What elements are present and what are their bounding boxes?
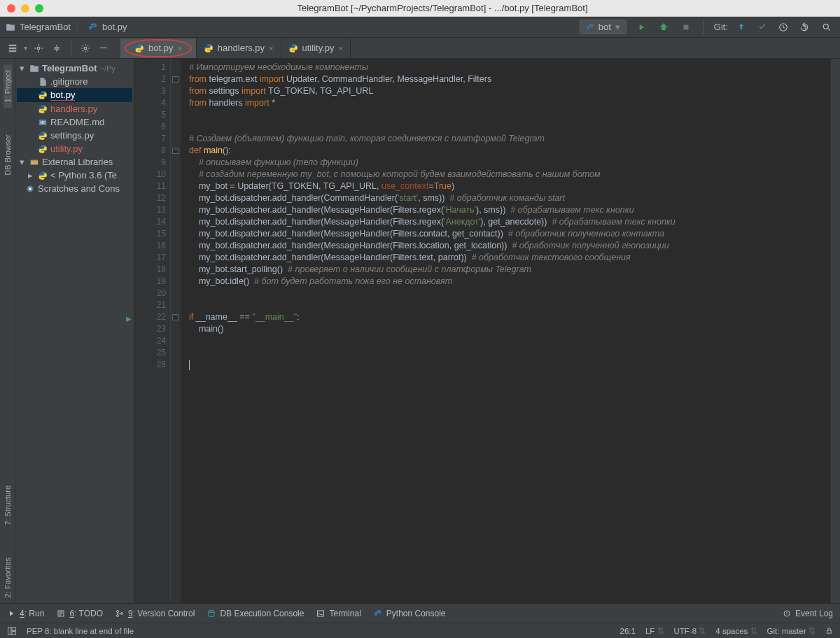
code-line-12[interactable]: my_bot.dispatcher.add_handler(CommandHan… — [189, 192, 830, 204]
tool-structure[interactable]: 7: Structure — [4, 480, 12, 531]
code-line-5[interactable] — [189, 109, 830, 121]
close-icon[interactable]: × — [269, 44, 273, 52]
code-line-26[interactable] — [189, 359, 830, 371]
tool-windows-icon[interactable] — [7, 626, 17, 636]
tree-item-settings.py[interactable]: settings.py — [17, 129, 132, 142]
svg-rect-20 — [12, 627, 15, 630]
breadcrumb-project[interactable]: TelegramBot — [20, 22, 71, 32]
svg-point-0 — [92, 24, 92, 24]
project-tree-panel: ▾TelegramBot ~/Py.gitignorebot.pyhandler… — [15, 59, 134, 603]
chevron-down-icon[interactable]: ▾ — [24, 44, 27, 52]
minimize-icon[interactable] — [21, 4, 29, 13]
window-title: TelegramBot [~/PycharmProjects/TelegramB… — [52, 3, 833, 13]
svg-point-13 — [116, 610, 118, 612]
editor-scrollbar[interactable] — [830, 59, 840, 603]
code-line-4[interactable]: from handlers import * — [189, 97, 830, 109]
tree-external-libs[interactable]: ▾External Libraries — [17, 155, 132, 169]
code-line-17[interactable]: my_bot.dispatcher.add_handler(MessageHan… — [189, 252, 830, 264]
project-toolbar: ▾ bot.py×handlers.py×utility.py× — [0, 38, 840, 59]
code-line-24[interactable] — [189, 335, 830, 347]
code-line-25[interactable] — [189, 347, 830, 359]
run-button[interactable] — [634, 20, 649, 35]
settings-icon[interactable] — [78, 41, 92, 55]
folder-icon — [6, 22, 15, 32]
status-cursor[interactable]: 26:1 — [620, 627, 636, 635]
git-commit-button[interactable] — [755, 20, 770, 35]
project-view-icon[interactable] — [6, 41, 20, 55]
code-line-2[interactable]: from telegram.ext import Updater, Comman… — [189, 73, 830, 85]
svg-rect-9 — [31, 160, 38, 164]
git-history-button[interactable] — [776, 20, 791, 35]
zoom-icon[interactable] — [35, 4, 43, 13]
stop-button[interactable] — [678, 20, 694, 35]
code-line-14[interactable]: my_bot.dispatcher.add_handler(MessageHan… — [189, 216, 830, 228]
collapse-all-icon[interactable] — [50, 41, 64, 55]
tool-favorites[interactable]: 2: Favorites — [4, 552, 12, 603]
tree-item-.gitignore[interactable]: .gitignore — [17, 75, 132, 88]
editor-area[interactable]: 123456789101112131415161718192021▶222324… — [134, 59, 840, 603]
fold-column[interactable] — [171, 59, 181, 603]
bottom-terminal[interactable]: Terminal — [316, 609, 360, 618]
code-line-18[interactable]: my_bot.start_polling() # проверяет о нал… — [189, 264, 830, 276]
code-line-16[interactable]: my_bot.dispatcher.add_handler(MessageHan… — [189, 240, 830, 252]
status-git[interactable]: Git: master ⇅ — [767, 626, 816, 636]
bottom-vcs[interactable]: 9: Version Control — [115, 609, 195, 618]
bottom-todo[interactable]: 6: TODO — [57, 609, 103, 618]
code-line-1[interactable]: # Импортируем необходимые компоненты — [189, 62, 830, 73]
breadcrumb-file[interactable]: bot.py — [102, 22, 127, 32]
status-encoding[interactable]: UTF-8 ⇅ — [674, 626, 706, 636]
editor-tab-utility-py[interactable]: utility.py× — [281, 38, 351, 58]
svg-rect-1 — [683, 24, 688, 29]
tab-label: bot.py — [148, 43, 173, 53]
code-line-8[interactable]: def main(): — [189, 145, 830, 157]
close-icon[interactable] — [7, 4, 15, 13]
navigation-bar: TelegramBot 〉 bot.py bot ▾ Git: — [0, 17, 840, 38]
code-line-19[interactable]: my_bot.idle() # бот будет работать пока … — [189, 276, 830, 288]
event-log[interactable]: Event Log — [783, 609, 833, 618]
code-line-13[interactable]: my_bot.dispatcher.add_handler(MessageHan… — [189, 204, 830, 216]
code-line-9[interactable]: # описываем функцию (тело функции) — [189, 157, 830, 169]
tool-db-browser[interactable]: DB Browser — [4, 129, 12, 181]
tree-scratches[interactable]: Scratches and Cons — [17, 182, 132, 195]
search-button[interactable] — [819, 20, 834, 35]
close-icon[interactable]: × — [177, 44, 181, 52]
code-line-15[interactable]: my_bot.dispatcher.add_handler(MessageHan… — [189, 228, 830, 240]
bottom-db-console[interactable]: DB Execution Console — [207, 609, 304, 618]
code-line-20[interactable] — [189, 288, 830, 299]
python-file-icon — [134, 43, 144, 53]
select-opened-icon[interactable] — [31, 41, 46, 55]
svg-rect-19 — [8, 627, 11, 635]
tree-item-README.md[interactable]: MDREADME.md — [17, 115, 132, 129]
bottom-run[interactable]: 4: Run — [7, 609, 44, 618]
editor-tab-handlers-py[interactable]: handlers.py× — [197, 38, 281, 58]
bottom-python-console[interactable]: Python Console — [374, 609, 446, 618]
tool-project[interactable]: 1: Project — [4, 64, 12, 108]
svg-rect-10 — [31, 160, 38, 161]
code-line-3[interactable]: from settings import TG_TOKEN, TG_API_UR… — [189, 85, 830, 97]
debug-button[interactable] — [656, 20, 671, 35]
tree-item-bot.py[interactable]: bot.py — [17, 88, 132, 102]
code-line-10[interactable]: # создадим переменную my_bot, с помощью … — [189, 169, 830, 180]
tree-python-sdk[interactable]: ▸< Python 3.6 (Te — [17, 169, 132, 182]
tree-item-handlers.py[interactable]: handlers.py — [17, 102, 132, 115]
run-config-selector[interactable]: bot ▾ — [580, 20, 626, 34]
tree-item-utility.py[interactable]: utility.py — [17, 142, 132, 155]
code-line-6[interactable] — [189, 121, 830, 133]
code-line-11[interactable]: my_bot = Updater(TG_TOKEN, TG_API_URL, u… — [189, 180, 830, 192]
code-line-23[interactable]: main() — [189, 323, 830, 335]
lock-icon[interactable] — [825, 627, 833, 635]
git-update-button[interactable] — [734, 20, 749, 35]
status-eol[interactable]: LF ⇅ — [645, 626, 664, 636]
tree-project-root[interactable]: ▾TelegramBot ~/Py — [17, 62, 132, 75]
git-revert-button[interactable] — [797, 20, 812, 35]
code-text[interactable]: # Импортируем необходимые компонентыfrom… — [181, 59, 830, 603]
tab-label: handlers.py — [218, 43, 265, 53]
close-icon[interactable]: × — [339, 44, 343, 52]
editor-tab-bot-py[interactable]: bot.py× — [120, 38, 197, 58]
code-line-7[interactable]: # Создаем (объявляем) функцию main, кото… — [189, 133, 830, 145]
code-line-21[interactable] — [189, 299, 830, 311]
code-line-22[interactable]: if __name__ == "__main__": — [189, 311, 830, 323]
hide-icon[interactable] — [97, 41, 111, 55]
breadcrumb[interactable]: TelegramBot 〉 bot.py — [6, 21, 127, 34]
status-indent[interactable]: 4 spaces ⇅ — [715, 626, 757, 636]
